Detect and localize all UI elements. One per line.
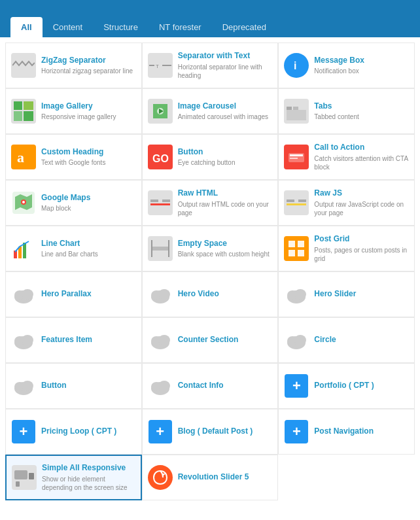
custom-heading-desc: Text with Google fonts: [41, 158, 136, 167]
hero-video-name: Hero Video: [178, 289, 273, 300]
tabs-name: Tabs: [314, 101, 409, 112]
raw-html-text: Raw HTMLOutput raw HTML code on your pag…: [178, 188, 273, 217]
call-to-action-desc: Catch visitors attention with CTA block: [314, 154, 409, 171]
elements-grid: ZigZag SeparatorHorizontal zigzag separa…: [5, 43, 415, 500]
image-carousel-text: Image CarouselAnimated carousel with ima…: [178, 101, 273, 122]
svg-rect-7: [24, 111, 33, 121]
svg-rect-35: [298, 241, 304, 247]
tabs-text: TabsTabbed content: [314, 101, 409, 122]
element-item-raw-html[interactable]: Raw HTMLOutput raw HTML code on your pag…: [142, 180, 279, 226]
svg-rect-37: [298, 250, 304, 256]
simple-all-responsive-name: Simple All Responsive: [42, 463, 135, 474]
counter-section-icon: [148, 328, 173, 353]
tab-structure[interactable]: Structure: [93, 17, 149, 37]
separator-with-text-text: Separator with TextHorizontal separator …: [178, 51, 273, 80]
tabs-desc: Tabbed content: [314, 113, 409, 121]
element-item-portfolio-cpt[interactable]: +Portfolio ( CPT ): [278, 363, 415, 409]
element-item-circle[interactable]: Circle: [278, 317, 415, 363]
message-box-text: Message BoxNotification box: [314, 56, 409, 76]
raw-html-icon: [148, 190, 173, 215]
post-grid-icon: [284, 236, 309, 261]
zigzag-separator-desc: Horizontal zigzag separator line: [41, 67, 136, 75]
element-item-raw-js[interactable]: Raw JSOutput raw JavaScript code on your…: [278, 180, 415, 226]
google-maps-desc: Map block: [41, 204, 136, 213]
svg-point-40: [22, 289, 33, 300]
element-item-button2[interactable]: Button: [5, 363, 142, 409]
image-carousel-name: Image Carousel: [178, 101, 273, 112]
tab-content[interactable]: Content: [43, 17, 94, 37]
tabs-bar: AllContentStructureNT foresterDeprecated: [10, 17, 410, 37]
svg-rect-36: [289, 250, 295, 256]
counter-section-text: Counter Section: [178, 335, 273, 345]
zigzag-separator-name: ZigZag Separator: [41, 56, 136, 66]
simple-all-responsive-desc: Show or hide element depending on the sc…: [42, 475, 135, 492]
image-gallery-name: Image Gallery: [41, 101, 136, 112]
separator-with-text-desc: Horizontal separator line with heading: [178, 63, 273, 80]
element-item-hero-slider[interactable]: Hero Slider: [278, 271, 415, 317]
svg-rect-31: [152, 247, 169, 251]
svg-rect-64: [16, 481, 20, 487]
raw-js-icon: [284, 190, 309, 215]
post-navigation-text: Post Navigation: [314, 426, 409, 437]
image-carousel-desc: Animated carousel with images: [178, 113, 273, 121]
element-item-message-box[interactable]: iMessage BoxNotification box: [278, 43, 415, 88]
button-icon: GO: [148, 145, 173, 169]
message-box-icon: i: [284, 53, 309, 78]
element-item-image-carousel[interactable]: Image CarouselAnimated carousel with ima…: [142, 88, 279, 134]
svg-point-61: [158, 381, 170, 391]
element-item-post-grid[interactable]: Post GridPosts, pages or custom posts in…: [278, 226, 415, 271]
element-item-custom-heading[interactable]: aCustom HeadingText with Google fonts: [5, 134, 142, 180]
svg-point-43: [158, 289, 170, 300]
svg-rect-22: [150, 199, 158, 202]
svg-rect-62: [14, 470, 27, 479]
separator-with-text-icon: T: [148, 53, 173, 78]
tab-deprecated[interactable]: Deprecated: [212, 17, 277, 37]
tab-nt-forester[interactable]: NT forester: [149, 17, 212, 37]
message-box-desc: Notification box: [314, 67, 409, 75]
features-item-name: Features Item: [41, 335, 136, 345]
tab-all[interactable]: All: [10, 17, 43, 37]
hero-slider-name: Hero Slider: [314, 289, 409, 300]
post-grid-text: Post GridPosts, pages or custom posts in…: [314, 234, 409, 263]
element-item-pricing-loop-cpt[interactable]: +Pricing Loop ( CPT ): [5, 409, 142, 455]
element-item-tabs[interactable]: TabsTabbed content: [278, 88, 415, 134]
element-item-simple-all-responsive[interactable]: Simple All ResponsiveShow or hide elemen…: [5, 455, 142, 500]
element-item-button[interactable]: GOButtonEye catching button: [142, 134, 279, 180]
svg-rect-34: [289, 241, 295, 247]
element-item-features-item[interactable]: Features Item: [5, 317, 142, 363]
raw-html-name: Raw HTML: [178, 188, 273, 199]
image-gallery-text: Image GalleryResponsive image gallery: [41, 101, 136, 122]
element-item-call-to-action[interactable]: Call to ActionCatch visitors attention w…: [278, 134, 415, 180]
element-item-post-navigation[interactable]: +Post Navigation: [278, 409, 415, 455]
svg-rect-6: [14, 111, 22, 121]
svg-rect-4: [14, 101, 22, 110]
element-item-google-maps[interactable]: Google MapsMap block: [5, 180, 142, 226]
element-item-separator-with-text[interactable]: TSeparator with TextHorizontal separator…: [142, 43, 279, 88]
pricing-loop-cpt-icon: +: [11, 419, 36, 444]
call-to-action-icon: [284, 145, 309, 169]
element-item-empty-space[interactable]: Empty SpaceBlank space with custom heigh…: [142, 226, 279, 271]
hero-parallax-text: Hero Parallax: [41, 289, 136, 300]
element-item-revolution-slider[interactable]: Revolution Slider 5: [142, 455, 279, 500]
revolution-slider-text: Revolution Slider 5: [178, 472, 273, 483]
post-navigation-name: Post Navigation: [314, 426, 409, 437]
line-chart-text: Line ChartLine and Bar charts: [41, 239, 136, 259]
empty-space-text: Empty SpaceBlank space with custom heigh…: [178, 239, 273, 259]
svg-text:T: T: [156, 63, 159, 69]
button2-name: Button: [41, 381, 136, 391]
element-item-counter-section[interactable]: Counter Section: [142, 317, 279, 363]
hero-parallax-icon: [11, 282, 36, 307]
svg-rect-18: [290, 158, 298, 159]
element-item-contact-info[interactable]: Contact Info: [142, 363, 279, 409]
element-item-blog-default-post[interactable]: +Blog ( Default Post ): [142, 409, 279, 455]
element-item-line-chart[interactable]: Line ChartLine and Bar charts: [5, 226, 142, 271]
add-element-panel: AllContentStructureNT foresterDeprecated…: [0, 0, 420, 520]
element-item-image-gallery[interactable]: Image GalleryResponsive image gallery: [5, 88, 142, 134]
element-item-hero-video[interactable]: Hero Video: [142, 271, 279, 317]
portfolio-cpt-icon: +: [284, 373, 309, 398]
hero-parallax-name: Hero Parallax: [41, 289, 136, 300]
element-item-hero-parallax[interactable]: Hero Parallax: [5, 271, 142, 317]
circle-name: Circle: [314, 335, 409, 345]
element-item-zigzag-separator[interactable]: ZigZag SeparatorHorizontal zigzag separa…: [5, 43, 142, 88]
contact-info-icon: [148, 373, 173, 398]
